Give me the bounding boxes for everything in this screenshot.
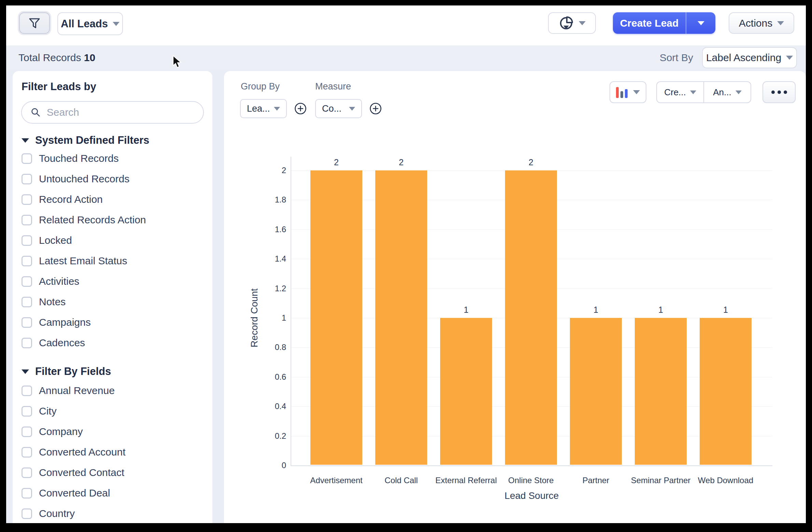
filter-item-label: Campaigns — [39, 317, 91, 328]
create-lead-dropdown[interactable] — [686, 12, 715, 34]
chart-range-controls: Cre... An... — [656, 81, 751, 103]
chevron-down-icon — [698, 21, 704, 25]
sidebar-search[interactable] — [21, 101, 204, 124]
filter-checkbox[interactable] — [22, 386, 32, 396]
bar-value-label: 1 — [723, 305, 728, 315]
chart-view-dropdown[interactable] — [548, 12, 596, 34]
filter-item[interactable]: Notes — [22, 292, 66, 312]
view-selector-dropdown[interactable]: All Leads — [57, 12, 123, 35]
chevron-down-icon — [633, 90, 640, 94]
sort-dropdown[interactable]: Label Ascending — [702, 47, 797, 68]
filter-item[interactable]: City — [22, 401, 57, 421]
filter-item-label: Untouched Records — [39, 173, 129, 185]
range-dropdown-2[interactable]: An... — [703, 82, 751, 102]
x-axis-title: Lead Source — [505, 490, 559, 501]
filter-item[interactable]: Related Records Action — [22, 210, 146, 230]
filter-item[interactable]: Activities — [22, 271, 79, 292]
page-body: Filter Leads by System Defined FiltersTo… — [6, 70, 806, 523]
measure-dropdown[interactable]: Co... — [315, 99, 362, 118]
chart-panel: Group By Lea... Measure Co... — [224, 71, 806, 523]
bar-cold-call[interactable] — [375, 170, 427, 465]
filter-item[interactable]: Country — [22, 503, 75, 523]
filter-item-label: Latest Email Status — [39, 255, 127, 267]
filter-item-label: Country — [39, 508, 75, 519]
category-label: Web Download — [698, 476, 753, 485]
filter-checkbox[interactable] — [22, 174, 32, 184]
filter-checkbox[interactable] — [22, 317, 32, 328]
filter-checkbox[interactable] — [22, 276, 32, 287]
filter-checkbox[interactable] — [22, 426, 32, 437]
filter-item[interactable]: Latest Email Status — [22, 251, 127, 271]
filter-item[interactable]: Annual Revenue — [22, 380, 115, 401]
filter-item[interactable]: Company — [22, 421, 83, 442]
measure-label: Measure — [315, 81, 351, 92]
top-toolbar: All Leads Create Lead Actions — [6, 5, 806, 45]
y-tick-label: 0 — [255, 461, 286, 470]
filter-item-label: Converted Account — [39, 446, 126, 458]
chevron-down-icon — [786, 56, 793, 60]
filter-checkbox[interactable] — [22, 235, 32, 246]
bar-web-download[interactable] — [700, 318, 752, 465]
filter-checkbox[interactable] — [22, 447, 32, 458]
create-lead-button[interactable]: Create Lead — [613, 12, 686, 34]
range-dropdown-1[interactable]: Cre... — [657, 82, 703, 102]
bar-advertisement[interactable] — [310, 170, 362, 465]
y-tick-label: 0.2 — [255, 431, 286, 441]
bar-partner[interactable] — [570, 318, 622, 465]
filter-checkbox[interactable] — [22, 297, 32, 307]
y-axis-line — [291, 157, 291, 465]
filter-item-label: Record Action — [39, 194, 103, 205]
chevron-down-icon — [736, 90, 742, 94]
filter-checkbox[interactable] — [22, 508, 32, 519]
search-input[interactable] — [46, 106, 194, 118]
category-label: Cold Call — [384, 476, 418, 485]
group-by-dropdown[interactable]: Lea... — [240, 99, 287, 118]
filter-checkbox[interactable] — [22, 406, 32, 417]
filter-item[interactable]: Cadences — [22, 333, 85, 353]
filter-checkbox[interactable] — [22, 194, 32, 205]
filter-item-label: Related Records Action — [39, 214, 146, 226]
y-tick-label: 0.6 — [255, 372, 286, 382]
app-window: All Leads Create Lead Actions Total Reco… — [6, 5, 806, 523]
filter-toggle-button[interactable] — [19, 12, 50, 34]
filter-checkbox[interactable] — [22, 488, 32, 499]
sidebar-title: Filter Leads by — [22, 81, 96, 93]
bar-online-store[interactable] — [505, 170, 557, 465]
bar-value-label: 2 — [334, 157, 339, 167]
group-by-label: Group By — [241, 81, 280, 92]
measure-value: Co... — [322, 103, 341, 114]
filter-item[interactable]: Locked — [22, 230, 72, 251]
filter-checkbox[interactable] — [22, 153, 32, 164]
chevron-down-icon — [579, 21, 586, 25]
filter-item[interactable]: Campaigns — [22, 312, 91, 333]
filter-item[interactable]: Touched Records — [22, 148, 118, 169]
filter-checkbox[interactable] — [22, 215, 32, 225]
filter-item[interactable]: Untouched Records — [22, 169, 129, 189]
filter-item[interactable]: Converted Contact — [22, 462, 124, 483]
chevron-down-icon — [777, 21, 784, 25]
filter-item-label: Cadences — [39, 337, 85, 349]
filter-item-label: City — [39, 405, 57, 417]
section-header[interactable]: Filter By Fields — [22, 366, 111, 377]
filter-checkbox[interactable] — [22, 256, 32, 266]
filter-item-label: Activities — [39, 276, 79, 287]
y-tick-label: 1 — [255, 313, 286, 323]
filter-checkbox[interactable] — [22, 338, 32, 348]
add-measure-button[interactable] — [369, 102, 382, 115]
filter-item[interactable]: Record Action — [22, 189, 103, 210]
more-options-button[interactable] — [762, 81, 796, 103]
actions-dropdown[interactable]: Actions — [729, 12, 794, 34]
bar-seminar-partner[interactable] — [635, 318, 687, 465]
section-header[interactable]: System Defined Filters — [22, 135, 149, 146]
add-group-by-button[interactable] — [294, 102, 307, 115]
records-bar: Total Records 10 Sort By Label Ascending — [6, 45, 806, 70]
sort-by-label: Sort By — [660, 52, 693, 64]
chart-type-dropdown[interactable] — [610, 81, 646, 103]
filter-item[interactable]: Converted Account — [22, 442, 126, 462]
filter-item-label: Annual Revenue — [39, 385, 115, 396]
bar-value-label: 2 — [399, 157, 404, 167]
filter-item[interactable]: Converted Deal — [22, 483, 110, 503]
bar-external-referral[interactable] — [440, 318, 492, 465]
filter-checkbox[interactable] — [22, 467, 32, 478]
bar-value-label: 2 — [529, 157, 533, 167]
